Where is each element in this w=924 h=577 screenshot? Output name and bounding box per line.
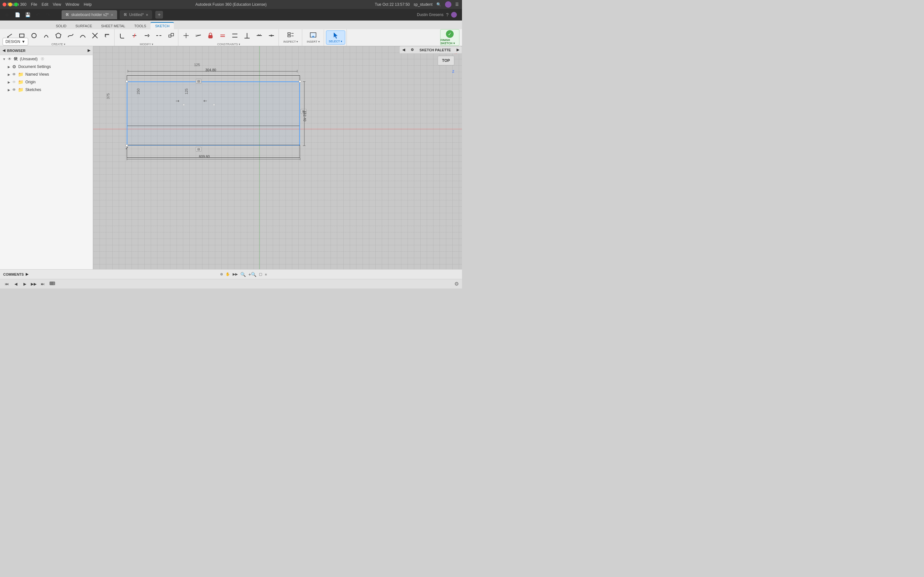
menu-icon[interactable]: ☰ (455, 2, 459, 7)
select-btn[interactable]: SELECT ▾ (326, 31, 345, 45)
zoom-fit-icon[interactable]: 🔍 (240, 272, 246, 277)
zoom-in-icon[interactable]: +🔍 (248, 272, 256, 277)
equal-constraint[interactable] (217, 29, 228, 42)
menu-edit[interactable]: Edit (42, 2, 48, 7)
collinear-constraint[interactable] (192, 29, 204, 42)
tab-untitled[interactable]: 🛠 Untitled* ✕ (120, 10, 152, 19)
insert-btn[interactable]: INSERT ▾ (304, 31, 322, 45)
visibility-icon[interactable]: ☉ (41, 57, 44, 61)
design-dropdown[interactable]: DESIGN ▼ (3, 38, 28, 45)
spline-tool[interactable] (65, 29, 76, 42)
finish-sketch-label: FINISH SKETCH ▾ (441, 39, 459, 45)
fillet-tool[interactable] (116, 29, 128, 42)
browser-item-origin[interactable]: ▶ 👁 📁 Origin (0, 78, 93, 86)
pan-icon[interactable]: ✋ (226, 272, 230, 276)
constraints-label: CONSTRAINTS ▾ (217, 43, 240, 46)
user-avatar[interactable] (445, 1, 451, 8)
orbit-icon[interactable]: ⊛ (220, 272, 223, 276)
canvas-area[interactable]: ⊟ ⊟ ⊟ ↗ ↗ ✓ 304.80 152.40 609.60 375 (93, 46, 462, 269)
break-tool[interactable] (153, 29, 165, 42)
eye-icon2[interactable]: 👁 (12, 72, 16, 77)
browser-item-origin-label: Origin (25, 80, 36, 84)
arc-tool[interactable] (40, 29, 52, 42)
polygon-tool[interactable] (53, 29, 64, 42)
menu-view[interactable]: View (53, 2, 61, 7)
horizontal-constraint[interactable] (254, 29, 265, 42)
help-btn[interactable]: ? (446, 12, 449, 17)
skip-forward-btn[interactable]: ⏭ (39, 280, 46, 287)
inspect-btn[interactable]: INSPECT ▾ (281, 31, 300, 45)
prev-btn[interactable]: ◀ (12, 280, 19, 287)
browser-item-document-settings[interactable]: ▶ ⚙ Document Settings (0, 63, 93, 71)
extend-tool[interactable] (141, 29, 152, 42)
play-btn[interactable]: ▶ (21, 280, 28, 287)
grid-icon[interactable]: ⊕ (3, 10, 11, 19)
browser-collapse-icon[interactable]: ◀ (3, 48, 5, 53)
eye-icon3[interactable]: 👁 (12, 80, 16, 84)
tab-surface[interactable]: SURFACE (71, 23, 97, 29)
dim-609-label: 609.60 (199, 155, 210, 158)
conic-tool[interactable] (77, 29, 89, 42)
lock-constraint[interactable] (205, 29, 216, 42)
close-button[interactable] (3, 3, 6, 6)
sketch-rectangle[interactable] (127, 81, 300, 145)
minimize-button[interactable] (8, 3, 12, 6)
tab-sketch[interactable]: SKETCH (150, 22, 174, 29)
scale-tool[interactable] (165, 29, 177, 42)
menu-file[interactable]: File (31, 2, 37, 7)
grid-icon2[interactable]: ≡ (265, 272, 267, 276)
settings-gear-icon[interactable]: ⚙ (454, 281, 459, 287)
cube-top-face[interactable]: TOP (438, 56, 454, 65)
save-btn[interactable]: 💾 (23, 10, 32, 19)
modify-group: MODIFY ▾ (115, 29, 178, 46)
dim-125-v-label: 125 (184, 89, 188, 94)
tab-untitled-close[interactable]: ✕ (145, 13, 148, 17)
tab-solid[interactable]: SOLID (51, 23, 71, 29)
user-profile-btn[interactable]: Dustin Gresens (417, 13, 444, 17)
username: sp_student (414, 2, 433, 7)
trim-tool[interactable] (89, 29, 101, 42)
parallel-constraint[interactable] (229, 29, 241, 42)
menu-window[interactable]: Window (65, 2, 79, 7)
perpendicular-constraint[interactable] (241, 29, 253, 42)
comments-expand[interactable]: ▶ (26, 272, 28, 276)
redo-btn[interactable]: ↷ (44, 10, 53, 19)
tab-close-btn[interactable]: ✕ (111, 13, 113, 17)
next-btn[interactable]: ▶▶ (30, 280, 37, 287)
tab-tools[interactable]: TOOLS (129, 23, 150, 29)
sketch-palette-collapse[interactable]: ▶ (457, 48, 459, 52)
tab-sheet-metal[interactable]: SHEET METAL (97, 23, 129, 29)
midpoint-constraint[interactable] (266, 29, 277, 42)
new-file-btn[interactable]: 📄 (13, 10, 22, 19)
browser-item-sketches[interactable]: ▶ 👁 📁 Sketches (0, 86, 93, 93)
browser-expand-icon[interactable]: ▶ (87, 48, 90, 53)
new-tab-btn[interactable]: + (155, 11, 163, 19)
folder-icon2: 📁 (18, 79, 23, 85)
fit-icon[interactable]: ▶▶ (233, 272, 238, 276)
profile-icon[interactable] (451, 12, 457, 18)
playback-controls: ⏮ ◀ ▶ ▶▶ ⏭ (3, 280, 96, 287)
menu-help[interactable]: Help (84, 2, 92, 7)
skip-back-btn[interactable]: ⏮ (3, 280, 10, 287)
browser-item-named-views[interactable]: ▶ 👁 📁 Named Views (0, 71, 93, 78)
trim2-tool[interactable] (129, 29, 140, 42)
offset-tool[interactable] (102, 29, 113, 42)
finish-sketch-btn[interactable]: ✓ FINISH SKETCH ▾ (440, 29, 459, 46)
menu-bar[interactable]: Fusion 360 File Edit View Window Help (7, 2, 92, 7)
ribbon-tab-row: DESIGN ▼ SOLID SURFACE SHEET METAL TOOLS… (0, 21, 462, 29)
eye-icon4[interactable]: 👁 (12, 87, 16, 92)
inspect-group: INSPECT ▾ (279, 29, 302, 46)
tab-skateboard[interactable]: 🛠 skateboard holder v2* ✕ (61, 10, 117, 19)
timeline-icon[interactable] (49, 280, 55, 287)
browser-item-unsaved[interactable]: ▼ 👁 🛠 (Unsaved) ☉ (0, 55, 93, 63)
undo-btn[interactable]: ↶ (33, 10, 42, 19)
maximize-button[interactable] (14, 3, 18, 6)
eye-icon[interactable]: 👁 (8, 57, 11, 61)
display-mode-icon[interactable]: ▢ (259, 272, 262, 276)
search-icon[interactable]: 🔍 (436, 2, 441, 7)
sketch-palette-expand[interactable]: ◀ (402, 48, 405, 52)
unsaved-icon: 🛠 (13, 56, 18, 61)
coincident-constraint[interactable] (180, 29, 192, 42)
chevron-right-icon3: ▶ (8, 81, 10, 84)
circle-tool[interactable] (28, 29, 40, 42)
